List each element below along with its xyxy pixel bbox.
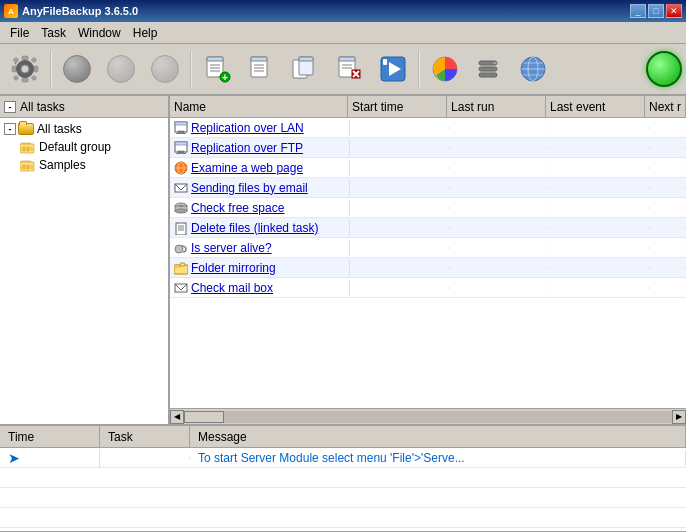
scroll-thumb[interactable] xyxy=(184,411,224,423)
all-tasks-label: All tasks xyxy=(37,122,82,136)
menu-task[interactable]: Task xyxy=(35,24,72,42)
toolbar-separator-1 xyxy=(50,51,52,87)
task-name[interactable]: Is server alive? xyxy=(191,241,272,255)
close-button[interactable]: ✕ xyxy=(666,4,682,18)
task-icon-ftp xyxy=(174,141,188,155)
svg-rect-35 xyxy=(383,59,387,65)
svg-rect-52 xyxy=(20,162,34,171)
svg-rect-46 xyxy=(20,144,34,153)
menu-help[interactable]: Help xyxy=(127,24,164,42)
svg-rect-19 xyxy=(251,57,267,61)
log-body: ➤ To start Server Module select menu 'Fi… xyxy=(0,448,686,531)
col-header-start[interactable]: Start time xyxy=(348,96,447,117)
task-lastrun xyxy=(450,147,550,149)
edit-task-button[interactable] xyxy=(240,48,282,90)
menu-file[interactable]: File xyxy=(4,24,35,42)
svg-rect-4 xyxy=(34,66,38,72)
log-arrow-icon: ➤ xyxy=(8,450,20,466)
table-row[interactable]: Replication over LAN xyxy=(170,118,686,138)
col-header-lastrun[interactable]: Last run xyxy=(447,96,546,117)
svg-point-72 xyxy=(179,205,183,207)
scroll-track[interactable] xyxy=(184,411,672,423)
log-col-header-task[interactable]: Task xyxy=(100,426,190,447)
task-icon-mail xyxy=(174,281,188,295)
title-bar: A AnyFileBackup 3.6.5.0 _ □ ✕ xyxy=(0,0,686,22)
task-lastevent xyxy=(550,227,650,229)
table-row[interactable]: Delete files (linked task) xyxy=(170,218,686,238)
task-name[interactable]: Folder mirroring xyxy=(191,261,276,275)
log-col-header-message[interactable]: Message xyxy=(190,426,686,447)
expand-all-tasks[interactable]: - xyxy=(4,123,16,135)
task-name[interactable]: Examine a web page xyxy=(191,161,303,175)
task-name[interactable]: Replication over LAN xyxy=(191,121,304,135)
col-header-lastevent[interactable]: Last event xyxy=(546,96,645,117)
toolbar-separator-3 xyxy=(418,51,420,87)
tree-node-all-tasks[interactable]: - All tasks xyxy=(2,120,166,138)
svg-rect-5 xyxy=(13,57,19,63)
list-item xyxy=(0,488,686,508)
task-lastrun xyxy=(450,187,550,189)
copy-task-icon xyxy=(289,53,321,85)
svg-rect-39 xyxy=(479,73,497,77)
table-row[interactable]: Sending files by email xyxy=(170,178,686,198)
task-name-cell: Folder mirroring xyxy=(170,260,350,276)
task-name[interactable]: Replication over FTP xyxy=(191,141,303,155)
new-task-button[interactable]: + xyxy=(196,48,238,90)
chart-button[interactable] xyxy=(424,48,466,90)
task-lastevent xyxy=(550,167,650,169)
all-tasks-folder-icon xyxy=(18,121,34,137)
task-icon-disk xyxy=(174,201,188,215)
scroll-left-button[interactable]: ◀ xyxy=(170,410,184,424)
svg-rect-58 xyxy=(175,122,187,125)
task-next xyxy=(650,227,686,229)
table-row[interactable]: Examine a web page xyxy=(170,158,686,178)
task-name[interactable]: Check free space xyxy=(191,201,284,215)
svg-point-71 xyxy=(175,209,187,213)
maximize-button[interactable]: □ xyxy=(648,4,664,18)
table-row[interactable]: Check free space xyxy=(170,198,686,218)
menu-window[interactable]: Window xyxy=(72,24,127,42)
task-icon-folder xyxy=(174,261,188,275)
task-name[interactable]: Sending files by email xyxy=(191,181,308,195)
scroll-right-button[interactable]: ▶ xyxy=(672,410,686,424)
tree-collapse-button[interactable]: - xyxy=(4,101,16,113)
task-lastevent xyxy=(550,187,650,189)
user2-button[interactable] xyxy=(100,48,142,90)
task-next xyxy=(650,187,686,189)
delete-task-button[interactable] xyxy=(328,48,370,90)
tools-button[interactable] xyxy=(468,48,510,90)
table-row[interactable]: Folder mirroring xyxy=(170,258,686,278)
settings-button[interactable] xyxy=(4,48,46,90)
table-row[interactable]: Check mail box xyxy=(170,278,686,298)
log-col-header-time[interactable]: Time xyxy=(0,426,100,447)
chart-icon xyxy=(429,53,461,85)
copy-task-button[interactable] xyxy=(284,48,326,90)
tree-node-default-group[interactable]: Default group xyxy=(2,138,166,156)
task-name[interactable]: Check mail box xyxy=(191,281,273,295)
run-button[interactable] xyxy=(372,48,414,90)
task-name[interactable]: Delete files (linked task) xyxy=(191,221,318,235)
log-header: Time Task Message xyxy=(0,426,686,448)
task-start xyxy=(350,207,450,209)
svg-rect-37 xyxy=(479,67,497,71)
task-name-cell: Examine a web page xyxy=(170,160,350,176)
tree-node-samples[interactable]: Samples xyxy=(2,156,166,174)
gear-icon xyxy=(9,53,41,85)
list-item[interactable]: ➤ To start Server Module select menu 'Fi… xyxy=(0,448,686,468)
user1-button[interactable] xyxy=(56,48,98,90)
col-header-name[interactable]: Name xyxy=(170,96,348,117)
task-icon-lan xyxy=(174,121,188,135)
svg-rect-73 xyxy=(176,223,186,235)
help-icon xyxy=(517,53,549,85)
task-start xyxy=(350,187,450,189)
minimize-button[interactable]: _ xyxy=(630,4,646,18)
table-row[interactable]: Is server alive? xyxy=(170,238,686,258)
task-lastrun xyxy=(450,167,550,169)
svg-rect-64 xyxy=(176,153,186,154)
help-button[interactable] xyxy=(512,48,554,90)
edit-task-icon xyxy=(245,53,277,85)
task-lastevent xyxy=(550,287,650,289)
col-header-next[interactable]: Next r xyxy=(645,96,686,117)
user3-button[interactable] xyxy=(144,48,186,90)
table-row[interactable]: Replication over FTP xyxy=(170,138,686,158)
